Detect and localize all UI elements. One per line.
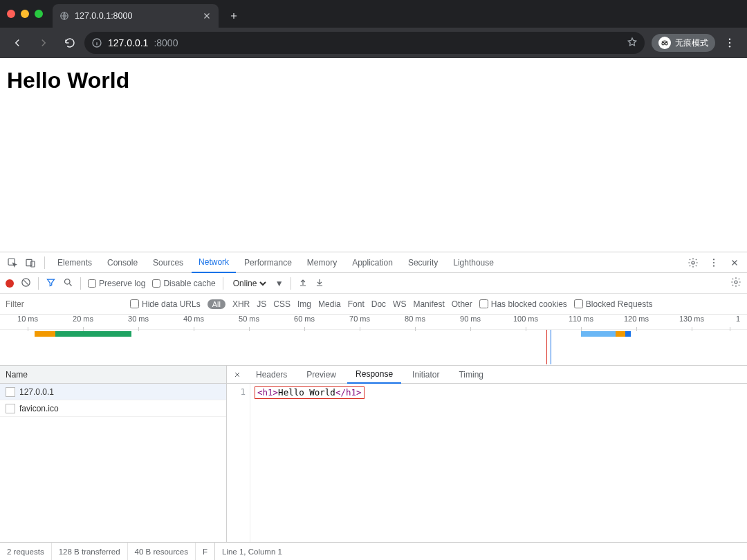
status-resources: 40 B resources xyxy=(128,543,196,560)
close-detail-icon[interactable] xyxy=(230,371,245,379)
svg-point-2 xyxy=(662,42,665,44)
svg-point-4 xyxy=(729,39,730,40)
filter-input[interactable] xyxy=(6,299,123,309)
browser-menu-button[interactable] xyxy=(718,31,741,55)
request-name: 127.0.0.1 xyxy=(19,387,54,397)
download-har-icon[interactable] xyxy=(315,277,324,289)
network-timeline[interactable]: 10 ms 20 ms 30 ms 40 ms 50 ms 60 ms 70 m… xyxy=(0,315,747,366)
record-button[interactable] xyxy=(6,279,14,288)
filter-all-pill[interactable]: All xyxy=(208,299,225,309)
url-host: 127.0.0.1 xyxy=(108,37,148,48)
inspect-element-icon[interactable] xyxy=(4,254,21,271)
svg-point-12 xyxy=(713,261,714,263)
incognito-icon xyxy=(658,37,671,49)
bookmark-star-icon[interactable] xyxy=(627,37,638,50)
close-tab-icon[interactable] xyxy=(202,11,212,21)
browser-toolbar: 127.0.0.1:8000 无痕模式 xyxy=(0,28,747,58)
site-info-icon[interactable] xyxy=(91,37,102,48)
svg-point-10 xyxy=(692,261,694,264)
timeline-tick: 20 ms xyxy=(55,315,111,329)
detail-tab-headers[interactable]: Headers xyxy=(248,366,295,384)
code-gutter: 1 xyxy=(227,384,250,542)
page-heading: Hello World xyxy=(7,68,740,93)
filter-type[interactable]: WS xyxy=(393,299,406,309)
tab-security[interactable]: Security xyxy=(401,252,445,273)
reload-button[interactable] xyxy=(58,31,82,55)
globe-icon xyxy=(59,11,69,21)
tab-lighthouse[interactable]: Lighthouse xyxy=(446,252,501,273)
detail-tab-timing[interactable]: Timing xyxy=(450,366,492,384)
browser-titlebar: 127.0.0.1:8000 xyxy=(0,0,747,28)
clear-button[interactable] xyxy=(21,277,31,290)
timeline-tick: 120 ms xyxy=(609,315,664,329)
tab-title: 127.0.0.1:8000 xyxy=(75,11,196,21)
timeline-tick: 100 ms xyxy=(498,315,553,329)
network-body: Name 127.0.0.1 favicon.ico Headers Previ… xyxy=(0,366,747,542)
detail-tab-response[interactable]: Response xyxy=(347,366,401,384)
devtools-more-icon[interactable] xyxy=(706,254,722,271)
maximize-window-button[interactable] xyxy=(35,10,43,18)
filter-type[interactable]: Img xyxy=(297,299,311,309)
timeline-tick: 50 ms xyxy=(221,315,277,329)
status-transferred: 128 B transferred xyxy=(52,543,128,560)
filter-type[interactable]: Font xyxy=(348,299,365,309)
svg-point-15 xyxy=(65,279,71,284)
tab-network[interactable]: Network xyxy=(192,252,236,273)
tab-elements[interactable]: Elements xyxy=(50,252,99,273)
network-settings-icon[interactable] xyxy=(730,277,741,290)
close-window-button[interactable] xyxy=(7,10,15,18)
request-row[interactable]: 127.0.0.1 xyxy=(0,384,226,400)
upload-har-icon[interactable] xyxy=(298,277,308,289)
incognito-badge[interactable]: 无痕模式 xyxy=(652,34,715,52)
tab-sources[interactable]: Sources xyxy=(146,252,190,273)
filter-type[interactable]: Doc xyxy=(371,299,386,309)
address-bar[interactable]: 127.0.0.1:8000 xyxy=(84,32,645,54)
response-code[interactable]: 1 <h1>Hello World</h1> xyxy=(227,384,747,542)
filter-toggle-icon[interactable] xyxy=(46,277,56,290)
timeline-tick: 10 ms xyxy=(0,315,55,329)
back-button[interactable] xyxy=(6,31,29,55)
status-requests: 2 requests xyxy=(0,543,52,560)
filter-type[interactable]: XHR xyxy=(232,299,250,309)
filter-type[interactable]: CSS xyxy=(273,299,290,309)
device-toolbar-icon[interactable] xyxy=(22,254,39,271)
svg-point-6 xyxy=(729,46,730,47)
browser-tab[interactable]: 127.0.0.1:8000 xyxy=(53,4,219,28)
request-detail: Headers Preview Response Initiator Timin… xyxy=(227,366,747,542)
hide-data-urls-checkbox[interactable]: Hide data URLs xyxy=(130,299,201,309)
forward-button[interactable] xyxy=(32,31,55,55)
filter-type[interactable]: Other xyxy=(452,299,472,309)
tab-performance[interactable]: Performance xyxy=(237,252,299,273)
disable-cache-checkbox[interactable]: Disable cache xyxy=(152,279,215,288)
request-row[interactable]: favicon.ico xyxy=(0,400,226,417)
blocked-requests-checkbox[interactable]: Blocked Requests xyxy=(574,299,653,309)
tab-console[interactable]: Console xyxy=(100,252,145,273)
status-cursor: Line 1, Column 1 xyxy=(215,548,289,556)
minimize-window-button[interactable] xyxy=(21,10,29,18)
devtools-tabs: Elements Console Sources Network Perform… xyxy=(0,252,747,273)
devtools-settings-icon[interactable] xyxy=(685,254,701,271)
timeline-tick: 1 xyxy=(719,315,740,329)
preserve-log-checkbox[interactable]: Preserve log xyxy=(88,279,145,288)
filter-type[interactable]: Media xyxy=(318,299,341,309)
svg-point-5 xyxy=(729,42,730,44)
timeline-bars xyxy=(0,330,747,364)
new-tab-button[interactable] xyxy=(224,6,243,26)
svg-point-16 xyxy=(735,281,737,283)
url-port: :8000 xyxy=(154,37,178,48)
devtools-close-icon[interactable] xyxy=(726,254,743,271)
filter-type[interactable]: JS xyxy=(257,299,266,309)
throttling-select[interactable]: Online xyxy=(230,278,268,289)
request-name: favicon.ico xyxy=(19,404,59,413)
tab-memory[interactable]: Memory xyxy=(300,252,344,273)
tab-application[interactable]: Application xyxy=(345,252,400,273)
detail-tab-initiator[interactable]: Initiator xyxy=(404,366,448,384)
filter-type[interactable]: Manifest xyxy=(413,299,444,309)
search-icon[interactable] xyxy=(63,277,73,290)
detail-tab-preview[interactable]: Preview xyxy=(298,366,344,384)
has-blocked-cookies-checkbox[interactable]: Has blocked cookies xyxy=(479,299,567,309)
request-list-header[interactable]: Name xyxy=(0,366,226,384)
timeline-tick: 40 ms xyxy=(166,315,221,329)
window-controls xyxy=(7,0,53,28)
timeline-tick: 70 ms xyxy=(332,315,387,329)
